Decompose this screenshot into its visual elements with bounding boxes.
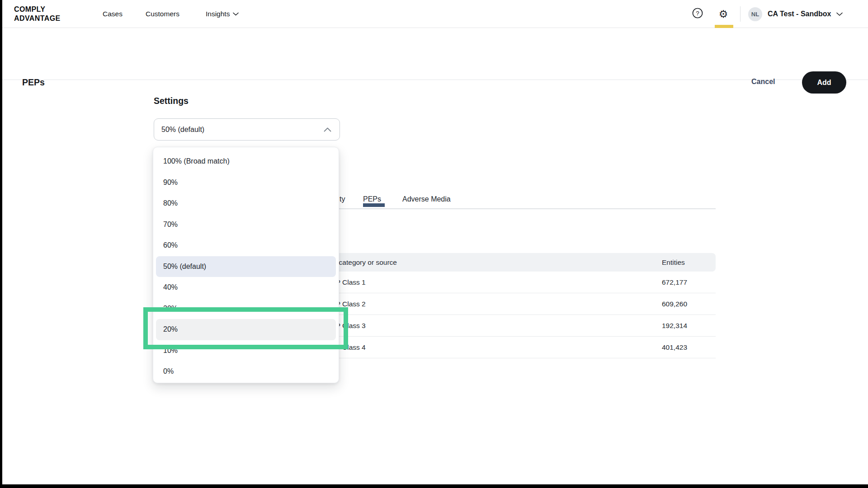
screen-edge-bottom xyxy=(0,484,868,488)
option-10[interactable]: 10% xyxy=(156,340,336,361)
tab-peps[interactable]: PEPs xyxy=(363,187,381,203)
match-threshold-select[interactable]: 50% (default) xyxy=(154,118,340,141)
active-tab-underline xyxy=(363,203,385,207)
option-100-broad-match[interactable]: 100% (Broad match) xyxy=(156,151,336,172)
screen-edge-left xyxy=(0,0,2,488)
tabs-bottom-border xyxy=(316,208,716,209)
row-value: 401,423 xyxy=(662,343,687,352)
help-button[interactable]: ? xyxy=(689,0,707,28)
settings-button[interactable]: ⚙ xyxy=(714,0,732,28)
nav-item-cases[interactable]: Cases xyxy=(103,0,123,28)
option-0[interactable]: 0% xyxy=(156,361,336,382)
page-header: PEPs Cancel Add xyxy=(0,28,868,80)
nav-item-cases-label: Cases xyxy=(103,10,123,18)
cancel-button[interactable]: Cancel xyxy=(751,78,775,86)
option-20-highlighted[interactable]: 20% xyxy=(156,319,336,340)
chevron-down-icon xyxy=(836,12,843,16)
nav-divider xyxy=(740,6,741,22)
table-row: PEP Class 2 609,260 xyxy=(316,293,716,315)
nav-item-insights-label: Insights xyxy=(206,10,230,18)
page-title: PEPs xyxy=(22,77,45,88)
nav-item-customers[interactable]: Customers xyxy=(146,0,179,28)
chevron-down-icon xyxy=(233,12,239,16)
svg-text:?: ? xyxy=(696,10,699,17)
row-value: 192,314 xyxy=(662,322,687,330)
nav-item-insights[interactable]: Insights xyxy=(206,0,239,28)
help-icon: ? xyxy=(692,7,703,21)
table-row: PEP Class 1 672,177 xyxy=(316,272,716,293)
add-button[interactable]: Add xyxy=(802,71,846,94)
table-row: PEP Class 4 401,423 xyxy=(316,337,716,358)
table-row: PEP Class 3 192,314 xyxy=(316,315,716,337)
option-50-default-selected[interactable]: 50% (default) xyxy=(156,256,336,277)
nav-item-customers-label: Customers xyxy=(146,10,179,18)
select-value: 50% (default) xyxy=(161,126,324,134)
option-70[interactable]: 70% xyxy=(156,214,336,235)
settings-heading: Settings xyxy=(154,96,189,106)
option-80[interactable]: 80% xyxy=(156,193,336,214)
top-nav: COMPLY ADVANTAGE Cases Customers Insight… xyxy=(0,0,868,28)
avatar: NL xyxy=(748,7,762,21)
account-menu[interactable]: NL CA Test - Sandbox xyxy=(748,0,843,28)
row-value: 672,177 xyxy=(662,278,687,286)
gear-icon: ⚙ xyxy=(719,9,728,19)
table-header-row: Subcategory or source Entities xyxy=(316,253,716,272)
option-30[interactable]: 30% xyxy=(156,298,336,319)
option-40[interactable]: 40% xyxy=(156,277,336,298)
option-90[interactable]: 90% xyxy=(156,172,336,193)
column-header-entities: Entities xyxy=(662,258,685,267)
entities-table: Subcategory or source Entities PEP Class… xyxy=(316,253,716,358)
option-60[interactable]: 60% xyxy=(156,235,336,256)
company-logo[interactable]: COMPLY ADVANTAGE xyxy=(14,5,61,23)
logo-line-1: COMPLY xyxy=(14,5,61,14)
active-nav-underline xyxy=(715,25,733,28)
row-value: 609,260 xyxy=(662,300,687,308)
logo-line-2: ADVANTAGE xyxy=(14,14,61,23)
account-name: CA Test - Sandbox xyxy=(768,10,831,18)
chevron-up-icon xyxy=(324,127,331,132)
tab-partial-hidden[interactable]: ty xyxy=(340,187,345,203)
screening-tabs: ty PEPs Adverse Media xyxy=(0,187,868,210)
app-window: COMPLY ADVANTAGE Cases Customers Insight… xyxy=(0,0,868,488)
match-threshold-dropdown: 100% (Broad match) 90% 80% 70% 60% 50% (… xyxy=(153,147,339,383)
tab-adverse-media[interactable]: Adverse Media xyxy=(402,187,451,203)
